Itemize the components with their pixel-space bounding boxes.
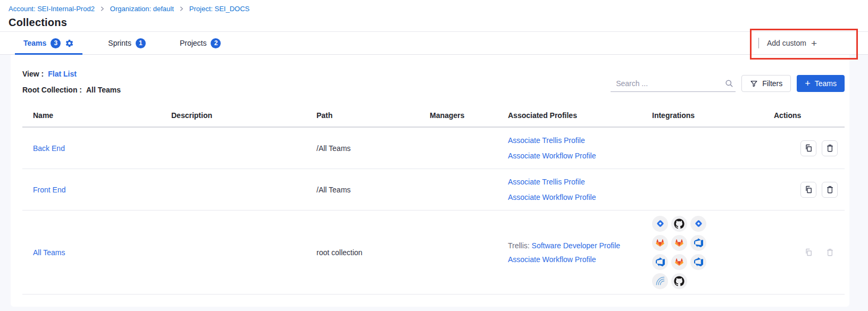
divider xyxy=(758,38,759,48)
trash-icon xyxy=(825,185,834,194)
path-cell: /All Teams xyxy=(306,144,419,153)
page-header: Account: SEI-Internal-Prod2Organization:… xyxy=(0,0,868,31)
associated-profiles-cell: Trellis: Software Developer ProfileAssoc… xyxy=(497,241,641,264)
profile-line: Associate Workflow Profile xyxy=(508,152,641,160)
clone-button[interactable] xyxy=(800,182,816,198)
chevron-right-icon xyxy=(179,6,185,12)
tab-label: Teams xyxy=(23,39,46,47)
profile-line: Associate Workflow Profile xyxy=(508,255,641,264)
azure-devops-icon xyxy=(690,254,706,270)
sonarqube-icon xyxy=(652,273,668,289)
collection-link[interactable]: All Teams xyxy=(33,248,65,257)
profile-link[interactable]: Associate Workflow Profile xyxy=(508,255,596,264)
jira-icon xyxy=(652,216,668,232)
tab-teams[interactable]: Teams3 xyxy=(15,32,82,54)
azure-devops-icon xyxy=(690,235,706,251)
breadcrumb-link[interactable]: Organization: default xyxy=(110,5,174,13)
collection-link[interactable]: Front End xyxy=(33,186,65,194)
copy-icon xyxy=(804,144,813,153)
teams-button-label: Teams xyxy=(815,79,837,88)
gitlab-icon xyxy=(671,254,687,270)
copy-icon xyxy=(804,248,813,257)
gear-icon[interactable] xyxy=(65,39,74,48)
profile-link[interactable]: Software Developer Profile xyxy=(532,241,621,250)
profile-line: Associate Trellis Profile xyxy=(508,178,641,186)
breadcrumb-link[interactable]: Account: SEI-Internal-Prod2 xyxy=(9,5,95,13)
filters-label: Filters xyxy=(762,79,782,88)
root-collection-label: Root Collection : xyxy=(22,86,82,94)
delete-button[interactable] xyxy=(822,140,838,156)
page-title: Collections xyxy=(9,16,868,29)
column-header-description: Description xyxy=(161,111,306,120)
column-header-managers: Managers xyxy=(419,111,497,120)
column-header-path: Path xyxy=(306,111,419,120)
profile-prefix: Trellis: xyxy=(508,241,532,250)
plus-icon: + xyxy=(811,38,817,48)
profile-link[interactable]: Associate Workflow Profile xyxy=(508,152,596,160)
integrations-grid xyxy=(652,216,707,289)
trash-icon xyxy=(825,144,834,153)
profile-link[interactable]: Associate Trellis Profile xyxy=(508,136,585,145)
tab-label: Projects xyxy=(180,39,207,47)
tabs-container: Teams3Sprints1Projects2 xyxy=(15,32,229,54)
tab-count-badge: 3 xyxy=(51,38,61,48)
tab-count-badge: 1 xyxy=(136,38,146,48)
gitlab-icon xyxy=(671,235,687,251)
integrations-cell xyxy=(641,216,763,289)
add-custom-wrap: Add custom + xyxy=(758,38,817,48)
add-custom-label: Add custom xyxy=(767,39,806,47)
breadcrumb: Account: SEI-Internal-Prod2Organization:… xyxy=(9,5,868,13)
filter-icon xyxy=(750,80,758,88)
associated-profiles-cell: Associate Trellis ProfileAssociate Workf… xyxy=(497,136,641,160)
delete-button xyxy=(822,245,838,260)
profile-line: Associate Trellis Profile xyxy=(508,136,641,145)
table-row: All Teamsroot collectionTrellis: Softwar… xyxy=(22,211,845,295)
profile-line: Trellis: Software Developer Profile xyxy=(508,241,641,250)
table-row: Front End/All TeamsAssociate Trellis Pro… xyxy=(22,169,845,211)
search-icon xyxy=(725,79,733,88)
table-header: NameDescriptionPathManagersAssociated Pr… xyxy=(22,111,845,128)
view-value-link[interactable]: Flat List xyxy=(48,70,77,78)
tab-count-badge: 2 xyxy=(211,38,221,48)
root-collection-value: All Teams xyxy=(86,86,121,94)
collection-link[interactable]: Back End xyxy=(33,144,65,153)
path-cell: root collection xyxy=(306,248,419,257)
clone-button[interactable] xyxy=(800,140,816,156)
associated-profiles-cell: Associate Trellis ProfileAssociate Workf… xyxy=(497,178,641,201)
search-box xyxy=(611,75,736,92)
table-body: Back End/All TeamsAssociate Trellis Prof… xyxy=(22,128,845,295)
collections-table: NameDescriptionPathManagersAssociated Pr… xyxy=(22,111,845,295)
actions-cell xyxy=(763,182,845,198)
clone-button xyxy=(800,245,816,260)
filters-button[interactable]: Filters xyxy=(741,75,791,92)
delete-button[interactable] xyxy=(822,182,838,198)
azure-devops-icon xyxy=(652,254,668,270)
trash-icon xyxy=(825,248,834,257)
tab-label: Sprints xyxy=(108,39,131,47)
column-header-associated-profiles: Associated Profiles xyxy=(497,111,641,120)
content-card: View : Flat List Root Collection : All T… xyxy=(11,55,849,307)
tab-projects[interactable]: Projects2 xyxy=(171,32,230,54)
actions-cell xyxy=(763,245,845,260)
copy-icon xyxy=(804,185,813,194)
add-teams-button[interactable]: + Teams xyxy=(797,75,845,92)
column-header-actions: Actions xyxy=(763,111,845,120)
github-icon xyxy=(671,273,687,289)
profile-link[interactable]: Associate Trellis Profile xyxy=(508,178,585,186)
view-label: View : xyxy=(22,70,44,78)
plus-icon: + xyxy=(805,79,811,88)
profile-link[interactable]: Associate Workflow Profile xyxy=(508,193,596,201)
search-input[interactable] xyxy=(616,79,725,88)
actions-cell xyxy=(763,140,845,156)
breadcrumb-link[interactable]: Project: SEI_DOCS xyxy=(189,5,249,13)
controls-row: View : Flat List Root Collection : All T… xyxy=(22,69,845,95)
column-header-integrations: Integrations xyxy=(641,111,763,120)
jira-icon xyxy=(690,216,706,232)
add-custom-button[interactable]: Add custom + xyxy=(767,38,817,48)
profile-line: Associate Workflow Profile xyxy=(508,193,641,201)
tab-bar: Teams3Sprints1Projects2 Add custom + xyxy=(0,31,868,55)
tab-sprints[interactable]: Sprints1 xyxy=(99,32,154,54)
path-cell: /All Teams xyxy=(306,186,419,194)
github-icon xyxy=(671,216,687,232)
chevron-right-icon xyxy=(99,6,105,12)
